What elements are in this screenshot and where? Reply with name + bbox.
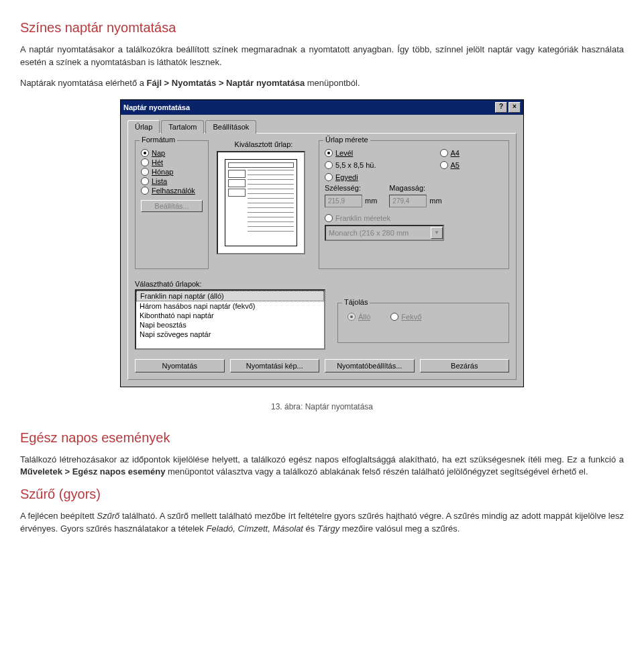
print-preview-button[interactable]: Nyomtatási kép... <box>230 359 320 372</box>
ui-term: Tárgy <box>317 524 339 534</box>
radio-level[interactable]: Levél <box>325 149 420 157</box>
label: A5 <box>451 161 460 169</box>
list-item[interactable]: Három hasábos napi naptár (fekvő) <box>136 301 324 311</box>
paragraph: A naptár nyomtatásakor a találkozókra be… <box>20 44 624 69</box>
radio-honap[interactable]: Hónap <box>141 168 203 176</box>
label: Hét <box>152 158 163 166</box>
orientation-group-label: Tájolás <box>342 298 370 306</box>
format-group-label: Formátum <box>140 136 177 144</box>
label: Hónap <box>152 168 173 176</box>
list-item[interactable]: Kibontható napi naptár <box>136 311 324 320</box>
text: A naptár nyomtatásakor a találkozókra be… <box>20 44 624 67</box>
paragraph: Találkozó létrehozásakor az időpontok ki… <box>20 454 624 479</box>
ui-term: Feladó, Címzett, Másolat <box>206 524 303 534</box>
radio-felhasznalok[interactable]: Felhasználók <box>141 187 203 195</box>
text: menüpontot választva vagy a találkozó ab… <box>165 466 588 477</box>
width-input[interactable]: 215,9 <box>325 195 362 207</box>
label: Nap <box>152 149 165 157</box>
size-group-label: Űrlap mérete <box>323 136 370 144</box>
radio-nap[interactable]: Nap <box>141 149 203 157</box>
figure-caption: 13. ábra: Naptár nyomtatása <box>20 402 624 411</box>
radio-franklin[interactable]: Franklin méretek <box>325 214 503 222</box>
section-title-quick-filter: Szűrő (gyors) <box>20 487 624 502</box>
form-listbox[interactable]: Franklin napi naptár (álló) Három hasábo… <box>135 289 325 350</box>
print-calendar-dialog: Naptár nyomtatása ? × Űrlap Tartalom Beá… <box>120 99 524 387</box>
form-list-label: Választható űrlapok: <box>135 280 325 288</box>
ui-term: Szűrő <box>97 511 119 521</box>
label: A4 <box>451 149 460 157</box>
text: A fejlécen beépített <box>20 511 97 521</box>
section-title-allday-events: Egész napos események <box>20 430 624 446</box>
label: Franklin méretek <box>335 214 390 222</box>
label: Levél <box>335 149 353 157</box>
label: 5,5 x 8,5 hü. <box>335 161 376 169</box>
label: Egyedi <box>335 173 358 181</box>
height-input[interactable]: 279,4 <box>389 195 427 207</box>
unit: mm <box>365 197 377 205</box>
help-button[interactable]: ? <box>495 102 507 113</box>
label: Fekvő <box>401 313 421 321</box>
text: menüpontból. <box>305 78 360 88</box>
combo-value: Monarch (216 x 280 mm <box>329 229 409 237</box>
section-title-print-calendar: Színes naptár nyomtatása <box>20 20 624 36</box>
radio-fekvo[interactable]: Fekvő <box>390 313 421 321</box>
radio-a4[interactable]: A4 <box>440 149 503 157</box>
dialog-figure: Naptár nyomtatása ? × Űrlap Tartalom Beá… <box>20 99 624 387</box>
menu-path: Műveletek > Egész napos esemény <box>20 466 165 477</box>
radio-lista[interactable]: Lista <box>141 177 203 185</box>
tab-tartalom[interactable]: Tartalom <box>161 120 204 134</box>
text: és <box>303 524 317 534</box>
tab-urlap[interactable]: Űrlap <box>127 120 160 134</box>
dialog-title: Naptár nyomtatása <box>123 103 190 111</box>
radio-allo[interactable]: Álló <box>347 313 370 321</box>
franklin-combo[interactable]: Monarch (216 x 280 mm ▼ <box>325 225 444 241</box>
height-label: Magasság: <box>389 184 441 192</box>
list-item[interactable]: Napi beosztás <box>136 320 324 330</box>
radio-het[interactable]: Hét <box>141 158 203 166</box>
paragraph: Naptárak nyomtatása elérhető a Fájl > Ny… <box>20 77 624 90</box>
radio-55x85[interactable]: 5,5 x 8,5 hü. <box>325 161 420 169</box>
text: mezőire valósul meg a szűrés. <box>339 524 460 534</box>
preview-label: Kiválasztott űrlap: <box>217 140 311 148</box>
paragraph: A fejlécen beépített Szűrő található. A … <box>20 510 624 536</box>
list-item[interactable]: Franklin napi naptár (álló) <box>136 291 324 301</box>
chevron-down-icon: ▼ <box>431 227 443 239</box>
print-button[interactable]: Nyomtatás <box>135 359 225 372</box>
unit: mm <box>429 197 441 205</box>
label: Lista <box>152 177 167 185</box>
radio-a5[interactable]: A5 <box>440 161 503 169</box>
text: Találkozó létrehozásakor az időpontok ki… <box>20 454 624 464</box>
width-label: Szélesség: <box>325 184 377 192</box>
label: Felhasználók <box>152 187 195 195</box>
close-dialog-button[interactable]: Bezárás <box>420 359 510 372</box>
settings-button[interactable]: Beállítás... <box>141 200 203 212</box>
close-button[interactable]: × <box>508 102 521 113</box>
menu-path: Fájl > Nyomtatás > Naptár nyomtatása <box>147 78 305 88</box>
list-item[interactable]: Napi szöveges naptár <box>136 330 324 339</box>
printer-settings-button[interactable]: Nyomtatóbeállítás... <box>325 359 415 372</box>
label: Álló <box>358 313 370 321</box>
tab-beallitasok[interactable]: Beállítások <box>205 120 256 134</box>
radio-egyedi[interactable]: Egyedi <box>325 173 420 181</box>
text: Naptárak nyomtatása elérhető a <box>20 78 147 88</box>
dialog-titlebar: Naptár nyomtatása ? × <box>121 100 523 115</box>
form-preview <box>217 151 305 254</box>
